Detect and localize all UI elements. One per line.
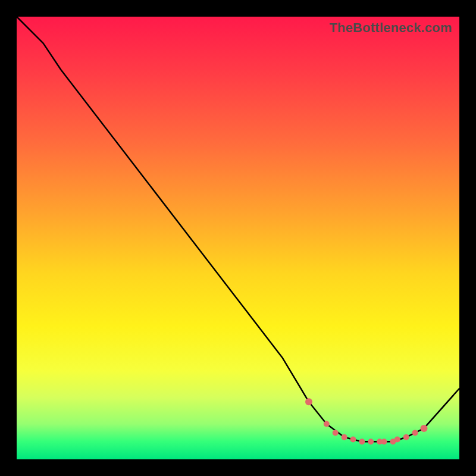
curve-marker [381,439,387,444]
curve-marker [324,421,330,427]
curve-line [17,17,459,441]
plot-area: TheBottleneck.com [17,17,459,459]
curve-marker [342,434,347,440]
curve-marker [305,398,312,405]
bottleneck-line [17,17,459,441]
curve-marker [412,430,418,436]
curve-svg [17,17,459,459]
curve-marker [359,439,365,444]
curve-marker [421,425,428,432]
curve-marker [394,437,400,443]
curve-marker [403,434,409,440]
curve-marker [350,437,356,443]
curve-marker [368,439,374,444]
curve-marker [333,430,339,436]
chart-frame: TheBottleneck.com [0,0,476,476]
